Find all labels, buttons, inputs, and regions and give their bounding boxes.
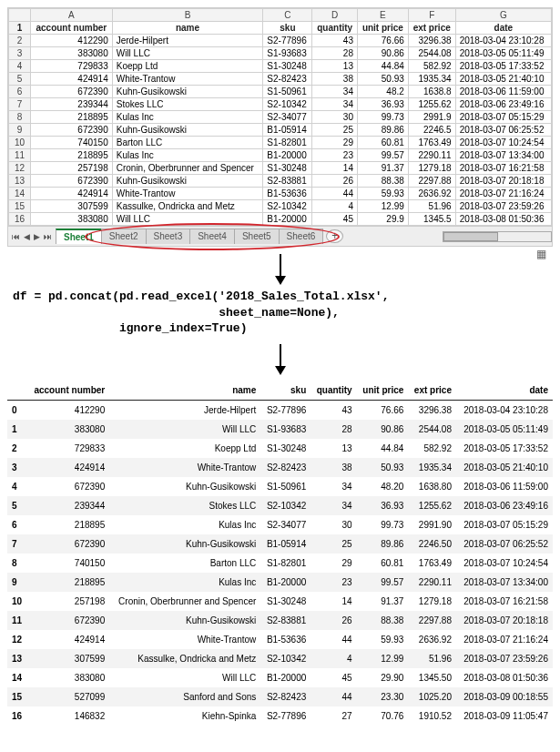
excel-cell[interactable]: 26: [312, 175, 358, 188]
excel-cell[interactable]: B1-20000: [263, 149, 312, 162]
excel-cell[interactable]: 50.93: [357, 73, 408, 86]
col-letter[interactable]: E: [357, 9, 408, 22]
excel-cell[interactable]: 13: [312, 60, 358, 73]
excel-cell[interactable]: 2018-03-08 01:50:36: [455, 213, 551, 226]
row-number[interactable]: 14: [9, 188, 31, 200]
excel-cell[interactable]: 424914: [31, 188, 113, 200]
excel-cell[interactable]: 2297.88: [408, 175, 455, 188]
excel-cell[interactable]: S2-82423: [263, 73, 312, 86]
col-letter[interactable]: F: [408, 9, 455, 22]
col-letter[interactable]: G: [455, 9, 551, 22]
excel-cell[interactable]: 672390: [31, 175, 113, 188]
excel-cell[interactable]: 1345.5: [408, 213, 455, 226]
excel-cell[interactable]: 218895: [31, 149, 113, 162]
excel-header-cell[interactable]: unit price: [357, 22, 408, 35]
excel-cell[interactable]: 45: [312, 213, 358, 226]
row-number[interactable]: 7: [9, 98, 31, 111]
excel-cell[interactable]: 76.66: [357, 35, 408, 47]
excel-header-cell[interactable]: account number: [31, 22, 113, 35]
row-number[interactable]: 2: [9, 35, 31, 47]
add-sheet-button[interactable]: +: [326, 229, 343, 243]
excel-cell[interactable]: 2544.08: [408, 47, 455, 60]
row-number[interactable]: 1: [9, 22, 31, 35]
excel-cell[interactable]: 2018-03-07 13:34:00: [455, 149, 551, 162]
row-number[interactable]: 5: [9, 73, 31, 86]
sheet-tab[interactable]: Sheet6: [279, 229, 324, 244]
sheet-tab[interactable]: Sheet5: [234, 229, 280, 244]
excel-cell[interactable]: Kuhn-Gusikowski: [112, 124, 263, 137]
excel-cell[interactable]: 30: [312, 111, 358, 124]
row-number[interactable]: 10: [9, 137, 31, 149]
excel-cell[interactable]: S1-82801: [263, 137, 312, 149]
excel-cell[interactable]: 2636.92: [408, 188, 455, 200]
excel-cell[interactable]: 34: [312, 98, 358, 111]
row-number[interactable]: 16: [9, 213, 31, 226]
excel-cell[interactable]: 383080: [31, 213, 113, 226]
col-letter[interactable]: B: [112, 9, 263, 22]
excel-header-cell[interactable]: sku: [263, 22, 312, 35]
excel-cell[interactable]: Cronin, Oberbrunner and Spencer: [112, 162, 263, 175]
excel-cell[interactable]: 3296.38: [408, 35, 455, 47]
excel-cell[interactable]: 60.81: [357, 137, 408, 149]
excel-cell[interactable]: 99.57: [357, 149, 408, 162]
excel-cell[interactable]: 257198: [31, 162, 113, 175]
excel-cell[interactable]: S2-34077: [263, 111, 312, 124]
excel-cell[interactable]: 729833: [31, 60, 113, 73]
excel-cell[interactable]: 740150: [31, 137, 113, 149]
excel-cell[interactable]: 36.93: [357, 98, 408, 111]
horizontal-scrollbar[interactable]: [443, 231, 552, 242]
excel-cell[interactable]: 44.84: [357, 60, 408, 73]
excel-cell[interactable]: B1-05914: [263, 124, 312, 137]
excel-cell[interactable]: S2-10342: [263, 200, 312, 213]
row-number[interactable]: 15: [9, 200, 31, 213]
excel-cell[interactable]: 2290.11: [408, 149, 455, 162]
grid-view-icon[interactable]: ▦: [536, 248, 546, 260]
excel-cell[interactable]: 239344: [31, 98, 113, 111]
row-number[interactable]: 9: [9, 124, 31, 137]
excel-corner-cell[interactable]: [9, 9, 31, 22]
excel-cell[interactable]: 2246.5: [408, 124, 455, 137]
tab-first-icon[interactable]: ⏮: [10, 232, 22, 241]
excel-cell[interactable]: White-Trantow: [112, 73, 263, 86]
excel-cell[interactable]: 582.92: [408, 60, 455, 73]
excel-cell[interactable]: 4: [312, 200, 358, 213]
col-letter[interactable]: A: [31, 9, 113, 22]
excel-cell[interactable]: 1255.62: [408, 98, 455, 111]
excel-cell[interactable]: 43: [312, 35, 358, 47]
excel-cell[interactable]: Kulas Inc: [112, 111, 263, 124]
excel-cell[interactable]: Kuhn-Gusikowski: [112, 175, 263, 188]
excel-cell[interactable]: Stokes LLC: [112, 98, 263, 111]
excel-cell[interactable]: 672390: [31, 86, 113, 98]
excel-cell[interactable]: Barton LLC: [112, 137, 263, 149]
excel-cell[interactable]: S1-93683: [263, 47, 312, 60]
excel-cell[interactable]: 412290: [31, 35, 113, 47]
excel-cell[interactable]: S2-77896: [263, 35, 312, 47]
excel-header-cell[interactable]: date: [455, 22, 551, 35]
excel-cell[interactable]: 29: [312, 137, 358, 149]
excel-cell[interactable]: B1-53636: [263, 188, 312, 200]
excel-cell[interactable]: 2018-03-06 23:49:16: [455, 98, 551, 111]
excel-cell[interactable]: 2018-03-07 23:59:26: [455, 200, 551, 213]
excel-cell[interactable]: 34: [312, 86, 358, 98]
excel-cell[interactable]: 88.38: [357, 175, 408, 188]
excel-cell[interactable]: 51.96: [408, 200, 455, 213]
excel-cell[interactable]: 48.2: [357, 86, 408, 98]
excel-cell[interactable]: S1-50961: [263, 86, 312, 98]
excel-header-cell[interactable]: ext price: [408, 22, 455, 35]
excel-cell[interactable]: S1-30248: [263, 162, 312, 175]
excel-cell[interactable]: 91.37: [357, 162, 408, 175]
excel-header-cell[interactable]: quantity: [312, 22, 358, 35]
sheet-tab[interactable]: Sheet2: [101, 229, 147, 244]
row-number[interactable]: 8: [9, 111, 31, 124]
excel-cell[interactable]: Kuhn-Gusikowski: [112, 86, 263, 98]
excel-cell[interactable]: 2018-03-05 05:11:49: [455, 47, 551, 60]
excel-cell[interactable]: Will LLC: [112, 213, 263, 226]
excel-cell[interactable]: S2-10342: [263, 98, 312, 111]
row-number[interactable]: 3: [9, 47, 31, 60]
excel-cell[interactable]: 2018-03-05 21:40:10: [455, 73, 551, 86]
scrollbar-thumb[interactable]: [443, 232, 498, 241]
row-number[interactable]: 4: [9, 60, 31, 73]
tab-prev-icon[interactable]: ◀: [22, 232, 32, 241]
row-number[interactable]: 11: [9, 149, 31, 162]
excel-cell[interactable]: 2018-03-07 16:21:58: [455, 162, 551, 175]
